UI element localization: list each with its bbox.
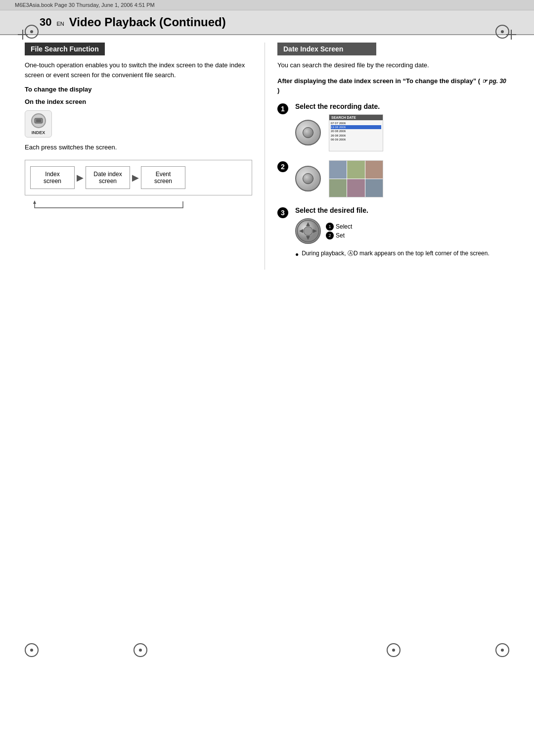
svg-point-4 bbox=[304, 227, 312, 236]
select-set-joystick-icon bbox=[295, 218, 321, 244]
set-label-item: 2 Set bbox=[326, 232, 352, 239]
file-search-body-text: One-touch operation enables you to switc… bbox=[25, 60, 252, 80]
joystick-directions-svg bbox=[296, 219, 320, 243]
instruction-part1: After displaying the date index screen i… bbox=[277, 77, 413, 85]
each-press-text: Each press switches the screen. bbox=[25, 142, 252, 152]
step-2-thumbnail-grid bbox=[329, 160, 383, 197]
screen-thumb-header: SEARCH DATE bbox=[329, 115, 383, 120]
page-en-label: EN bbox=[56, 21, 64, 27]
circled-2: 2 bbox=[326, 232, 334, 239]
instruction-part2: change the display” ( bbox=[415, 77, 480, 85]
date-list: 07 07 2006 13 08 2006 20 08 2006 26 08 2… bbox=[329, 120, 383, 143]
to-change-display-heading: To change the display bbox=[25, 86, 252, 93]
flow-arrow-1: ▶ bbox=[77, 172, 84, 183]
date-4: 26 08 2006 bbox=[331, 134, 346, 138]
index-label-text: INDEX bbox=[32, 130, 45, 135]
file-search-heading: File Search Function bbox=[25, 43, 105, 55]
flow-box-event-line2: screen bbox=[154, 178, 172, 185]
reg-mark-inner bbox=[139, 649, 142, 652]
bullet-item-1: ● During playback, ⒶD mark appears on th… bbox=[295, 249, 509, 259]
left-column: File Search Function One-touch operation… bbox=[25, 43, 252, 270]
select-set-labels: 1 Select 2 Set bbox=[326, 223, 352, 239]
date-index-screen-heading: Date Index Screen bbox=[277, 43, 376, 55]
index-button-icon: INDEX bbox=[25, 110, 52, 138]
on-index-screen-heading: On the index screen bbox=[25, 98, 252, 105]
set-label-text: Set bbox=[336, 232, 345, 239]
step-1-label: Select the recording date. bbox=[295, 102, 509, 110]
step-1-icon-row: SEARCH DATE 07 07 2006 13 08 2006 20 08 … bbox=[295, 114, 509, 151]
book-info-text: M6E3Asia.book Page 30 Thursday, June 1, … bbox=[15, 2, 155, 8]
instruction-ref: ☞ bbox=[482, 78, 489, 85]
index-button-circle bbox=[31, 113, 46, 128]
page-number: 30 bbox=[40, 16, 51, 29]
step-2-icon-row bbox=[295, 160, 509, 197]
date-row-1: 07 07 2006 bbox=[331, 121, 381, 125]
step-1-content: Select the recording date. SEARCH DATE 0… bbox=[295, 102, 509, 151]
flow-box-event: Event screen bbox=[141, 166, 185, 189]
page-title-text: Video Playback (Continued) bbox=[69, 15, 226, 29]
right-column: Date Index Screen You can search the des… bbox=[277, 43, 509, 270]
step-1-joystick-icon bbox=[295, 120, 321, 145]
instruction-ref-text: pg. 30 bbox=[489, 78, 506, 85]
thumb-cell-4 bbox=[329, 179, 347, 197]
date-row-3: 20 08 2006 bbox=[331, 129, 381, 133]
date-3: 20 08 2006 bbox=[331, 129, 346, 133]
main-content: File Search Function One-touch operation… bbox=[0, 43, 534, 270]
reg-mark-inner bbox=[501, 649, 504, 652]
reg-mark-inner bbox=[30, 649, 33, 652]
svg-marker-2 bbox=[33, 200, 36, 204]
bullet-text-1: During playback, ⒶD mark appears on the … bbox=[302, 249, 490, 258]
step-3-number: 3 bbox=[277, 207, 288, 218]
crosshair-top-left bbox=[18, 30, 28, 40]
page-number-badge: 30 EN bbox=[40, 16, 69, 29]
joystick-inner bbox=[303, 127, 313, 138]
flow-box-date-index: Date index screen bbox=[86, 166, 130, 189]
step-1: 1 Select the recording date. SEARCH DATE bbox=[277, 102, 509, 151]
step-2: 2 bbox=[277, 160, 509, 197]
thumb-cell-3 bbox=[365, 161, 383, 179]
date-index-body-text: You can search the desired file by the r… bbox=[277, 60, 509, 70]
date-1: 07 07 2006 bbox=[331, 121, 346, 125]
step-3-content: Select the desired file. bbox=[295, 206, 509, 261]
reg-mark-inner bbox=[392, 649, 395, 652]
page-title-bar: 30 EN Video Playback (Continued) bbox=[0, 10, 534, 35]
thumb-cell-5 bbox=[347, 179, 364, 197]
thumb-cell-1 bbox=[329, 161, 347, 179]
date-row-5: 06 09 2006 bbox=[331, 138, 381, 142]
svg-rect-1 bbox=[36, 119, 41, 122]
book-header: M6E3Asia.book Page 30 Thursday, June 1, … bbox=[0, 0, 534, 10]
index-button-svg bbox=[34, 117, 44, 125]
column-divider bbox=[265, 43, 265, 270]
thumb-cell-2 bbox=[347, 161, 364, 179]
registration-mark-bottom-left bbox=[25, 643, 39, 657]
select-label-text: Select bbox=[336, 223, 352, 230]
bullet-dot: ● bbox=[295, 250, 299, 259]
flow-return-arrow bbox=[30, 199, 252, 210]
registration-mark-bottom-mid-left bbox=[134, 643, 147, 657]
circled-1: 1 bbox=[326, 223, 334, 231]
date-2: 13 08 2006 bbox=[331, 125, 346, 129]
registration-mark-bottom-right bbox=[495, 643, 509, 657]
step-1-screen-thumb: SEARCH DATE 07 07 2006 13 08 2006 20 08 … bbox=[329, 114, 383, 151]
select-label-item: 1 Select bbox=[326, 223, 352, 231]
step-2-content bbox=[295, 160, 509, 197]
flow-diagram: Index screen ▶ Date index screen ▶ Event… bbox=[25, 160, 252, 195]
after-displaying-instruction: After displaying the date index screen i… bbox=[277, 76, 509, 95]
step-2-number: 2 bbox=[277, 161, 288, 172]
flow-box-index-line2: screen bbox=[44, 178, 61, 185]
date-5: 06 09 2006 bbox=[331, 138, 346, 142]
date-row-4: 26 08 2006 bbox=[331, 134, 381, 138]
flow-box-index-line1: Index bbox=[45, 171, 59, 178]
date-row-2: 13 08 2006 bbox=[331, 125, 381, 129]
step-1-number: 1 bbox=[277, 103, 288, 114]
bullet-list: ● During playback, ⒶD mark appears on th… bbox=[295, 249, 509, 259]
step-2-joystick-icon bbox=[295, 166, 321, 191]
page-container: M6E3Asia.book Page 30 Thursday, June 1, … bbox=[0, 0, 534, 756]
reg-mark-inner bbox=[501, 30, 504, 33]
flow-box-date-line1: Date index bbox=[93, 171, 122, 178]
thumb-cell-6 bbox=[365, 179, 383, 197]
step-3: 3 Select the desired file. bbox=[277, 206, 509, 261]
flow-return-svg bbox=[30, 199, 188, 210]
select-set-area: 1 Select 2 Set bbox=[295, 218, 509, 244]
reg-mark-inner bbox=[30, 30, 33, 33]
